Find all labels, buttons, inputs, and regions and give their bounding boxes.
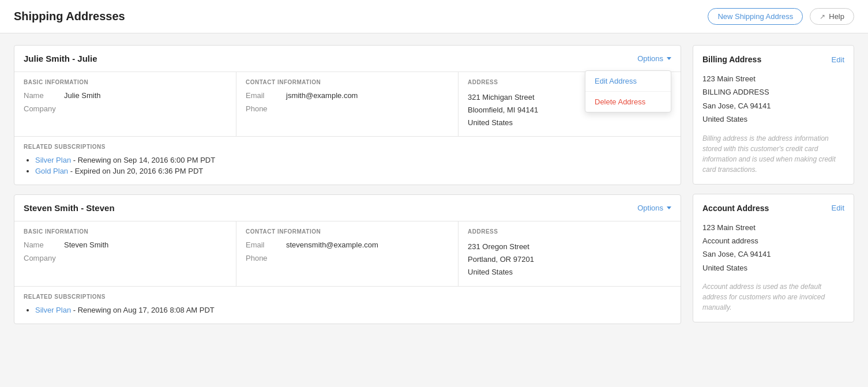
- phone-row-2: Phone: [246, 254, 449, 262]
- address-2-basic-info: BASIC INFORMATION Name Steven Smith Comp…: [14, 221, 236, 285]
- address-2-title: Steven Smith - Steven: [24, 203, 115, 213]
- new-shipping-address-button[interactable]: New Shipping Address: [708, 8, 803, 25]
- top-actions: New Shipping Address ↗ Help: [708, 8, 854, 25]
- account-address-title: Account Address: [702, 204, 769, 213]
- address-card-2: Steven Smith - Steven Options BASIC INFO…: [14, 194, 681, 324]
- account-card-header: Account Address Edit: [702, 204, 844, 213]
- address-1-subscriptions: RELATED SUBSCRIPTIONS Silver Plan - Rene…: [14, 136, 681, 185]
- list-item: Silver Plan - Renewing on Aug 17, 2016 8…: [35, 306, 671, 314]
- delete-address-item[interactable]: Delete Address: [585, 92, 671, 112]
- subscriptions-list-1: Silver Plan - Renewing on Sep 14, 2016 6…: [24, 156, 671, 175]
- account-address-text: 123 Main Street Account address San Jose…: [702, 221, 844, 275]
- options-container-2: Options: [637, 204, 671, 212]
- address-1-basic-info: BASIC INFORMATION Name Julie Smith Compa…: [14, 72, 236, 136]
- billing-address-card: Billing Address Edit 123 Main Street BIL…: [693, 45, 854, 185]
- billing-edit-link[interactable]: Edit: [832, 55, 844, 64]
- address-1-info-grid: BASIC INFORMATION Name Julie Smith Compa…: [14, 72, 681, 136]
- edit-address-item[interactable]: Edit Address: [585, 71, 671, 92]
- silver-plan-link-1[interactable]: Silver Plan: [35, 156, 71, 164]
- options-dropdown-1: Edit Address Delete Address: [585, 70, 671, 112]
- page-title: Shipping Addresses: [14, 10, 125, 23]
- address-2-subscriptions: RELATED SUBSCRIPTIONS Silver Plan - Rene…: [14, 286, 681, 324]
- billing-address-text: 123 Main Street BILLING ADDRESS San Jose…: [702, 72, 844, 126]
- address-1-title: Julie Smith - Julie: [24, 54, 97, 63]
- top-bar: Shipping Addresses New Shipping Address …: [0, 0, 868, 33]
- address-card-1: Julie Smith - Julie Options Edit Address…: [14, 45, 681, 185]
- name-row: Name Julie Smith: [24, 91, 227, 100]
- address-2-contact-info: CONTACT INFORMATION Email stevensmith@ex…: [236, 221, 459, 285]
- options-button-2[interactable]: Options: [637, 204, 671, 212]
- address-card-2-header: Steven Smith - Steven Options: [14, 195, 681, 221]
- chevron-down-icon-2: [667, 206, 671, 209]
- silver-plan-link-2[interactable]: Silver Plan: [35, 306, 71, 314]
- account-address-card: Account Address Edit 123 Main Street Acc…: [693, 194, 854, 323]
- phone-row: Phone: [246, 104, 449, 113]
- options-button-1[interactable]: Options: [637, 54, 671, 63]
- right-sidebar: Billing Address Edit 123 Main Street BIL…: [693, 45, 854, 324]
- account-note: Account address is used as the default a…: [702, 281, 844, 313]
- company-row-2: Company: [24, 254, 227, 262]
- addresses-list: Julie Smith - Julie Options Edit Address…: [14, 45, 681, 324]
- help-button[interactable]: ↗ Help: [810, 8, 854, 25]
- list-item: Silver Plan - Renewing on Sep 14, 2016 6…: [35, 156, 671, 164]
- billing-card-header: Billing Address Edit: [702, 55, 844, 64]
- list-item: Gold Plan - Expired on Jun 20, 2016 6:36…: [35, 167, 671, 175]
- gold-plan-link-1[interactable]: Gold Plan: [35, 167, 68, 175]
- email-row: Email jsmith@example.com: [246, 91, 449, 100]
- account-edit-link[interactable]: Edit: [832, 204, 844, 212]
- name-row-2: Name Steven Smith: [24, 241, 227, 249]
- address-2-address: ADDRESS 231 Oregon Street Portland, OR 9…: [459, 221, 681, 285]
- main-content: Julie Smith - Julie Options Edit Address…: [0, 33, 868, 336]
- company-row: Company: [24, 104, 227, 113]
- address-1-contact-info: CONTACT INFORMATION Email jsmith@example…: [236, 72, 459, 136]
- chevron-down-icon: [667, 57, 671, 60]
- subscriptions-list-2: Silver Plan - Renewing on Aug 17, 2016 8…: [24, 306, 671, 314]
- billing-note: Billing address is the address informati…: [702, 133, 844, 175]
- external-link-icon: ↗: [820, 13, 825, 21]
- address-card-1-header: Julie Smith - Julie Options Edit Address…: [14, 46, 681, 72]
- options-container-1: Options Edit Address Delete Address: [637, 54, 671, 63]
- address-2-info-grid: BASIC INFORMATION Name Steven Smith Comp…: [14, 221, 681, 285]
- billing-address-title: Billing Address: [702, 55, 761, 64]
- email-row-2: Email stevensmith@example.com: [246, 241, 449, 249]
